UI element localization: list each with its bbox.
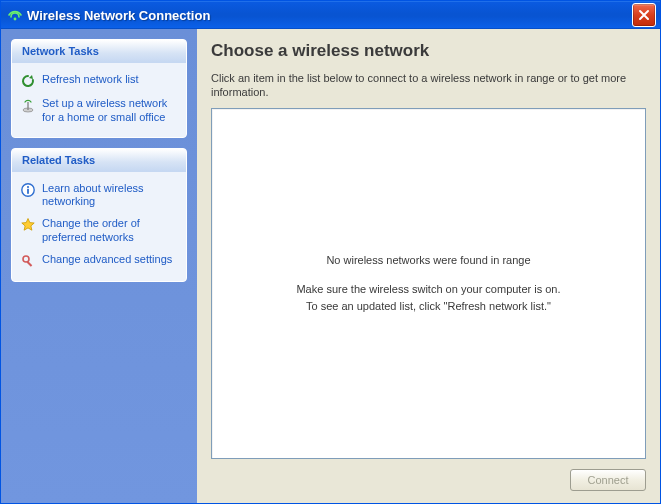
client-area: Network Tasks Refresh network list <box>1 29 660 503</box>
svg-point-4 <box>27 185 29 187</box>
star-icon <box>20 217 36 233</box>
main-content: Choose a wireless network Click an item … <box>197 29 660 503</box>
change-advanced-link[interactable]: Change advanced settings <box>20 249 178 273</box>
network-tasks-body: Refresh network list S <box>12 63 186 137</box>
empty-state: No wireless networks were found in range… <box>296 251 560 316</box>
empty-state-title: No wireless networks were found in range <box>296 253 560 268</box>
refresh-network-list-link[interactable]: Refresh network list <box>20 69 178 93</box>
wireless-network-window: Wireless Network Connection Network Task… <box>0 0 661 504</box>
task-label: Change advanced settings <box>42 253 178 267</box>
learn-wireless-link[interactable]: Learn about wireless networking <box>20 178 178 214</box>
task-label: Refresh network list <box>42 73 178 87</box>
related-tasks-panel: Related Tasks Learn about wireless netwo… <box>11 148 187 282</box>
task-label: Change the order of preferred networks <box>42 217 178 245</box>
intro-text: Click an item in the list below to conne… <box>211 71 646 100</box>
settings-icon <box>20 253 36 269</box>
button-row: Connect <box>211 459 646 491</box>
task-label: Set up a wireless network for a home or … <box>42 97 178 125</box>
antenna-icon <box>20 97 36 113</box>
connect-button: Connect <box>570 469 646 491</box>
network-tasks-heading: Network Tasks <box>12 40 186 63</box>
close-button[interactable] <box>632 3 656 27</box>
setup-wireless-network-link[interactable]: Set up a wireless network for a home or … <box>20 93 178 129</box>
empty-state-line: Make sure the wireless switch on your co… <box>296 282 560 297</box>
svg-rect-7 <box>27 261 33 267</box>
related-tasks-heading: Related Tasks <box>12 149 186 172</box>
close-icon <box>638 9 650 21</box>
wifi-icon <box>7 7 23 23</box>
titlebar: Wireless Network Connection <box>1 1 660 29</box>
svg-rect-2 <box>27 102 28 110</box>
page-title: Choose a wireless network <box>211 41 646 61</box>
info-icon <box>20 182 36 198</box>
change-order-link[interactable]: Change the order of preferred networks <box>20 213 178 249</box>
refresh-icon <box>20 73 36 89</box>
related-tasks-body: Learn about wireless networking Change t… <box>12 172 186 281</box>
svg-rect-5 <box>27 188 29 193</box>
svg-point-0 <box>14 18 17 21</box>
empty-state-line: To see an updated list, click "Refresh n… <box>296 299 560 314</box>
sidebar: Network Tasks Refresh network list <box>1 29 197 503</box>
task-label: Learn about wireless networking <box>42 182 178 210</box>
window-title: Wireless Network Connection <box>27 8 632 23</box>
network-tasks-panel: Network Tasks Refresh network list <box>11 39 187 138</box>
network-list[interactable]: No wireless networks were found in range… <box>211 108 646 459</box>
